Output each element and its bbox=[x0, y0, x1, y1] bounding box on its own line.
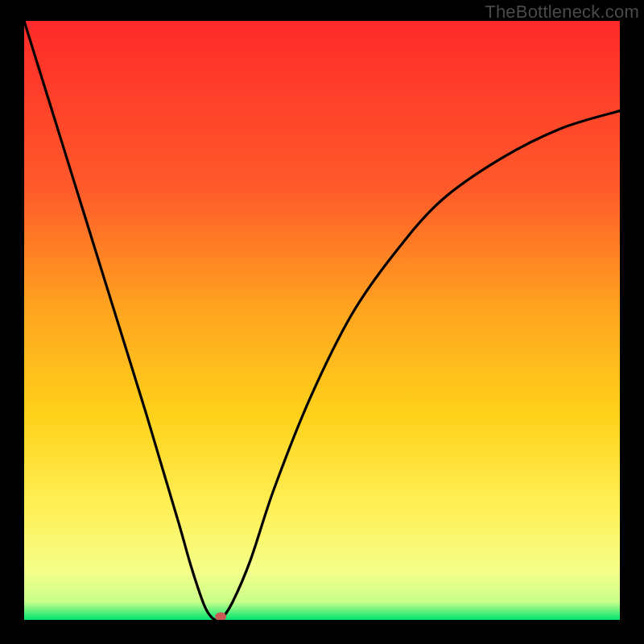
watermark-text: TheBottleneck.com bbox=[485, 2, 639, 23]
plot-area bbox=[24, 21, 620, 620]
gradient-background bbox=[24, 21, 620, 620]
chart-svg bbox=[24, 21, 620, 620]
chart-frame: TheBottleneck.com bbox=[0, 0, 644, 644]
